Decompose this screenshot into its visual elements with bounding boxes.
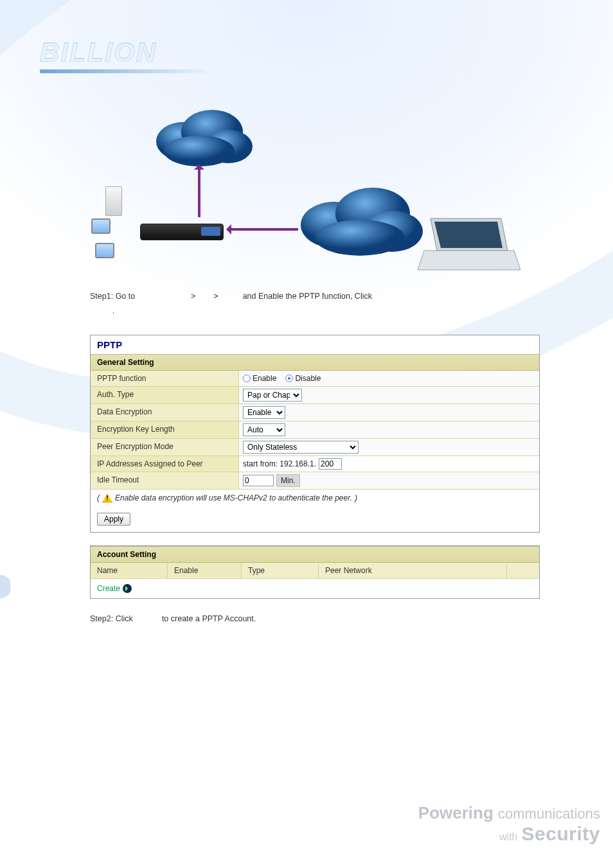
brand-logo-text: BILLION [40,37,207,68]
peer-enc-mode-label: Peer Encryption Mode [91,439,238,456]
col-name: Name [91,563,168,578]
diagram-arrow-down-icon [198,166,200,217]
enc-key-length-select[interactable]: Auto [243,423,285,436]
apply-button[interactable]: Apply [97,513,130,526]
account-setting-header: Account Setting [91,546,539,563]
enc-key-length-label: Encryption Key Length [91,421,238,438]
diagram-arrow-left-icon [227,228,298,231]
ip-last-octet-input[interactable] [319,458,342,470]
create-account-link[interactable]: Create [97,584,132,593]
brand-logo: BILLION [40,37,207,73]
idle-timeout-label: Idle Timeout [91,472,238,489]
router-icon [140,224,224,240]
general-setting-header: General Setting [91,354,539,371]
footer-tagline: Powering communications with Security [418,803,600,845]
pptp-enable-radio[interactable]: Enable [243,374,276,383]
warning-icon [102,493,112,502]
col-peer-network: Peer Network [319,563,507,578]
step2-text: Step2: Click to create a PPTP Account. [90,612,540,626]
account-setting-panel: Account Setting Name Enable Type Peer Ne… [90,545,540,599]
ip-prefix-text: start from: 192.168.1. [243,459,316,468]
monitor-icon [95,243,114,258]
col-type: Type [242,563,319,578]
network-diagram [90,96,540,283]
col-enable: Enable [168,563,242,578]
laptop-icon [411,212,520,279]
svg-marker-10 [418,251,520,270]
svg-point-7 [315,220,405,256]
idle-timeout-input[interactable] [243,475,274,486]
step1-text: Step1: Go to > > and Enable the PPTP fun… [90,289,540,318]
idle-unit-label: Min. [276,474,300,487]
account-table-header: Name Enable Type Peer Network [91,563,539,579]
data-encryption-label: Data Encryption [91,404,238,421]
monitor-icon [91,218,111,234]
arrow-right-icon [123,584,132,593]
panel-title: PPTP [91,335,539,354]
svg-marker-9 [434,222,502,248]
pptp-settings-panel: PPTP General Setting PPTP function Enabl… [90,335,540,533]
ip-assigned-label: IP Addresses Assigned to Peer [91,456,238,472]
auth-type-select[interactable]: Pap or Chap [243,389,302,402]
desktop-pc-icon [105,186,122,216]
peer-enc-mode-select[interactable]: Only Stateless [243,441,359,454]
data-encryption-select[interactable]: Enable [243,406,285,419]
pptp-disable-radio[interactable]: Disable [285,374,321,383]
auth-type-label: Auth. Type [91,387,238,403]
encryption-note: ( Enable data encryption will use MS-CHA… [91,490,539,506]
pptp-function-label: PPTP function [91,371,238,386]
